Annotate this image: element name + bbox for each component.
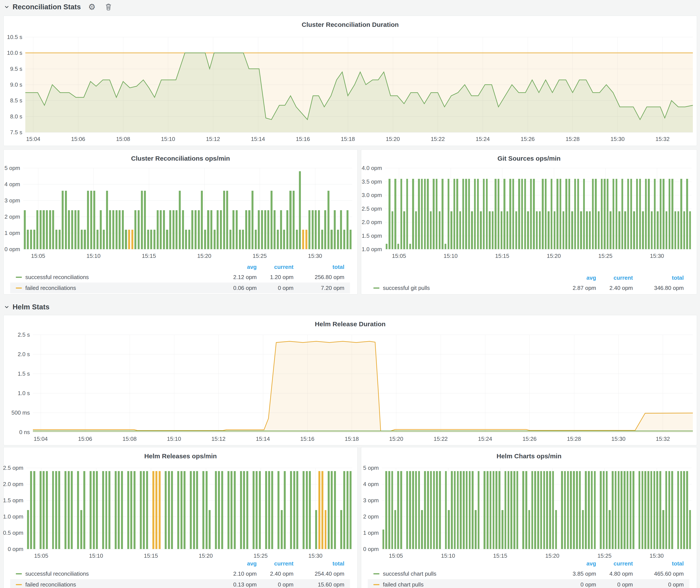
chevron-down-icon[interactable] <box>4 304 10 310</box>
bar-success <box>686 179 688 249</box>
legend-series-name[interactable]: successful reconciliations <box>25 274 89 281</box>
bar-success <box>147 230 149 249</box>
bar-success <box>343 471 345 549</box>
bar-success <box>445 471 447 549</box>
legend: avgcurrenttotalsuccessful git pulls2.87 … <box>368 273 689 293</box>
bar-success <box>650 471 652 549</box>
bar-success <box>209 510 211 549</box>
panel-title[interactable]: Helm Charts ops/min <box>361 447 697 460</box>
bar-success <box>109 210 111 249</box>
bar-success <box>580 211 582 249</box>
legend-column-current[interactable]: current <box>596 275 633 281</box>
chevron-down-icon[interactable] <box>4 4 10 10</box>
legend-series-dash-icon <box>373 573 379 574</box>
legend-series-name[interactable]: failed reconciliations <box>25 581 76 588</box>
bar-success <box>77 210 79 249</box>
panel-title[interactable]: Helm Releases ops/min <box>4 447 357 460</box>
bar-success <box>271 471 273 549</box>
legend-series-name[interactable]: successful reconciliations <box>25 570 89 577</box>
bar-success <box>492 211 494 249</box>
panel-title[interactable]: Cluster Reconciliation Duration <box>4 16 697 28</box>
bar-success <box>102 471 104 549</box>
bar-success <box>350 230 352 249</box>
section-header-reconciliation-stats: Reconciliation Stats ⚙ <box>4 1 112 13</box>
bar-success <box>204 230 206 249</box>
bar-success <box>567 471 569 549</box>
x-tick-label: 15:08 <box>116 136 130 142</box>
bar-success <box>424 179 426 249</box>
bar-success <box>627 471 629 549</box>
legend-column-avg[interactable]: avg <box>559 560 596 567</box>
legend-series-name[interactable]: successful git pulls <box>383 285 430 291</box>
git-sources-ops-chart[interactable]: 15:0515:1015:1515:2015:2515:301.0 opm1.5… <box>385 168 692 249</box>
bar-success <box>595 179 597 249</box>
section-title[interactable]: Reconciliation Stats <box>13 3 81 11</box>
bar-success <box>303 471 305 549</box>
y-tick-label: 0.5 opm <box>3 530 23 536</box>
bar-success <box>97 230 98 249</box>
y-gridline <box>23 168 352 168</box>
y-tick-label: 1.0 opm <box>3 513 23 520</box>
x-tick-label: 15:20 <box>197 253 211 259</box>
legend-column-current[interactable]: current <box>257 560 294 567</box>
bar-success <box>125 230 127 249</box>
x-tick-label: 15:20 <box>199 552 213 559</box>
panel-title[interactable]: Cluster Reconciliations ops/min <box>4 150 357 162</box>
bar-failed <box>152 471 154 549</box>
panel-title[interactable]: Git Sources ops/min <box>361 150 697 162</box>
section-title[interactable]: Helm Stats <box>13 303 50 311</box>
bar-success <box>513 471 515 549</box>
bar-success <box>439 471 441 549</box>
legend-column-total[interactable]: total <box>294 560 344 567</box>
bar-success <box>312 210 314 249</box>
bar-success <box>618 471 620 549</box>
panel-title[interactable]: Helm Release Duration <box>4 315 697 328</box>
x-tick-label: 15:12 <box>206 136 220 142</box>
legend-column-total[interactable]: total <box>633 275 684 281</box>
bar-success <box>466 471 468 549</box>
legend-row: successful chart pulls3.85 opm4.80 opm46… <box>368 568 689 579</box>
legend-series-dash-icon <box>16 584 22 585</box>
bar-success <box>665 471 667 549</box>
cluster-reconciliation-duration-chart[interactable]: 15:0415:0615:0815:1015:1215:1415:1615:18… <box>25 37 693 132</box>
legend-column-avg[interactable]: avg <box>220 264 257 270</box>
helm-releases-ops-chart[interactable]: 15:0515:1015:1515:2015:2515:300 opm0.5 o… <box>26 468 352 549</box>
bar-success <box>421 179 423 249</box>
bar-failed <box>128 230 130 249</box>
x-tick-label: 15:14 <box>256 436 270 442</box>
legend-column-current[interactable]: current <box>596 560 633 567</box>
y-tick-label: 1.5 s <box>18 370 30 377</box>
cluster-reconciliations-ops-chart[interactable]: 15:0515:1015:1515:2015:2515:300 opm1 opm… <box>23 168 352 249</box>
legend-value-total: 254.40 opm <box>294 570 344 577</box>
bar-success <box>40 471 42 549</box>
legend-column-avg[interactable]: avg <box>220 560 257 567</box>
trash-icon[interactable] <box>105 3 112 11</box>
bar-success <box>586 211 588 249</box>
legend-column-total[interactable]: total <box>633 560 684 567</box>
legend-column-total[interactable]: total <box>294 264 344 270</box>
legend-column-avg[interactable]: avg <box>559 275 596 281</box>
bar-success <box>43 210 45 249</box>
bar-success <box>347 471 348 549</box>
bar-success <box>427 179 429 249</box>
bar-success <box>683 211 685 249</box>
bar-success <box>391 471 393 549</box>
bar-success <box>103 230 105 249</box>
bar-success <box>173 210 174 249</box>
x-tick-label: 15:06 <box>78 436 92 442</box>
helm-release-duration-chart[interactable]: 15:0415:0615:0815:1015:1215:1415:1615:18… <box>33 335 693 432</box>
legend-column-current[interactable]: current <box>257 264 294 270</box>
gear-icon[interactable]: ⚙ <box>88 3 95 11</box>
legend-series-name[interactable]: successful chart pulls <box>383 570 436 577</box>
bar-success <box>498 471 500 549</box>
legend-series-name[interactable]: failed chart pulls <box>383 581 424 588</box>
helm-charts-ops-chart[interactable]: 15:0515:1015:1515:2015:2515:300 opm1 opm… <box>382 468 692 549</box>
bar-success <box>639 471 640 549</box>
bar-success <box>406 179 408 249</box>
x-tick-label: 15:06 <box>71 136 85 142</box>
x-tick-label: 15:30 <box>650 552 664 559</box>
legend-series-name[interactable]: failed reconciliations <box>25 285 76 291</box>
bar-success <box>289 191 291 249</box>
bar-success <box>239 230 241 249</box>
legend-series: failed chart pulls <box>373 581 559 588</box>
